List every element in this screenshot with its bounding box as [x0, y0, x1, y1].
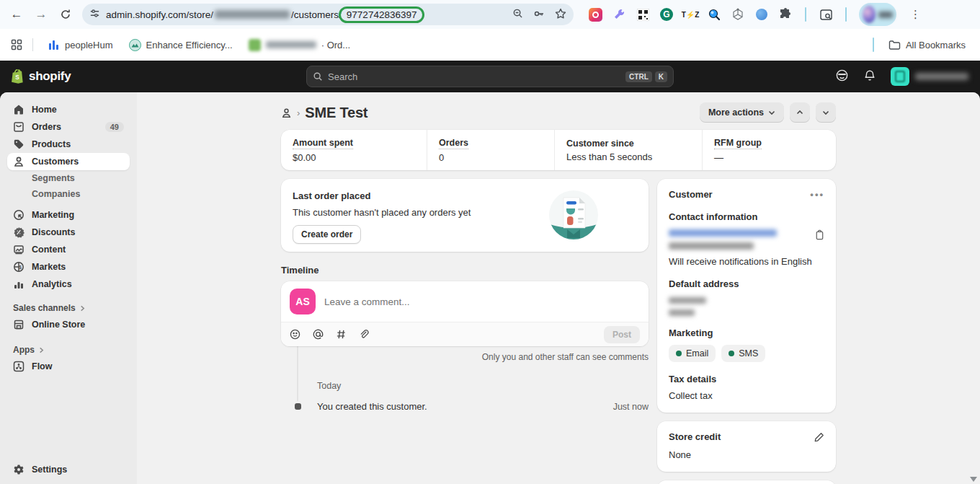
search-placeholder: Search — [328, 71, 357, 82]
bookmark-label: · Ord... — [321, 40, 350, 50]
analytics-icon — [13, 278, 24, 290]
create-order-button[interactable]: Create order — [293, 225, 361, 244]
sidebar-item-customers[interactable]: Customers — [7, 153, 130, 170]
comment-composer: AS Post — [281, 281, 649, 346]
tz-extension-icon[interactable]: T⚡Z — [683, 7, 698, 22]
sidebar-item-orders[interactable]: Orders 49 — [7, 118, 130, 136]
last-order-description: This customer hasn't placed any orders y… — [293, 207, 471, 218]
redacted-profile-name — [878, 12, 893, 18]
reload-icon[interactable] — [55, 4, 76, 25]
customer-breadcrumb-icon[interactable] — [281, 107, 292, 118]
chevron-right-icon — [38, 347, 45, 353]
sidebar-item-home[interactable]: Home — [7, 101, 130, 118]
more-actions-button[interactable]: More actions — [700, 102, 784, 123]
browser-toolbar: ← → admin.shopify.com/store//customers/9… — [0, 0, 980, 29]
staff-avatar: AS — [290, 289, 316, 314]
bookmark-store-orders[interactable]: · Ord... — [244, 36, 355, 54]
stat-customer-since: Customer since Less than 5 seconds — [554, 130, 702, 170]
shopify-logo[interactable]: S shopify — [12, 69, 71, 84]
storefront-icon — [13, 319, 24, 330]
marketing-heading: Marketing — [669, 327, 824, 338]
bookmark-peoplehum[interactable]: peopleHum — [43, 36, 117, 54]
status-dot-icon — [729, 351, 734, 356]
admin-search-bar[interactable]: Search CTRL K — [306, 66, 674, 87]
redacted-email-link[interactable] — [669, 229, 777, 237]
sidebar-item-segments[interactable]: Segments — [7, 170, 130, 186]
extensions-puzzle-icon[interactable] — [778, 7, 793, 22]
sidebar-item-discounts[interactable]: Discounts — [7, 224, 130, 241]
timeline-heading: Timeline — [281, 265, 649, 276]
inbox-icon[interactable] — [835, 69, 849, 84]
browser-profile-chip[interactable] — [859, 3, 896, 26]
back-icon[interactable]: ← — [6, 4, 27, 25]
camera-extension-icon[interactable] — [588, 7, 602, 22]
wrench-extension-icon[interactable] — [612, 7, 626, 22]
shopify-bag-icon: S — [12, 69, 24, 84]
sidebar-item-content[interactable]: Content — [7, 241, 130, 258]
bookmark-label: peopleHum — [65, 40, 113, 50]
sidebar-item-markets[interactable]: $ Markets — [7, 258, 130, 276]
sidebar-item-flow[interactable]: Flow — [7, 358, 130, 375]
store-credit-value: None — [669, 449, 824, 460]
customers-icon — [13, 156, 24, 167]
last-order-card: Last order placed This customer hasn't p… — [281, 179, 649, 252]
redacted-store-label — [915, 73, 968, 80]
customer-card-heading: Customer — [669, 189, 713, 200]
forward-icon[interactable]: → — [30, 4, 52, 25]
bookmark-enhance-efficiency[interactable]: Enhance Efficiency... — [125, 36, 237, 54]
globe-extension-icon[interactable] — [754, 7, 769, 22]
scroll-down-arrow[interactable] — [970, 477, 977, 482]
address-bar[interactable]: admin.shopify.com/store//customers/97727… — [82, 4, 574, 25]
comment-input[interactable] — [324, 296, 640, 307]
svg-text:S: S — [15, 74, 19, 81]
sidebar-item-products[interactable]: Products — [7, 136, 130, 153]
attachment-icon[interactable] — [359, 329, 370, 340]
customer-card-menu-icon[interactable]: ••• — [810, 189, 824, 200]
sidebar-item-settings[interactable]: Settings — [7, 461, 130, 478]
page-header: › SME Test More actions — [281, 102, 836, 123]
email-subscribed-badge[interactable]: Email — [669, 345, 716, 362]
tag-icon — [13, 138, 24, 150]
extensions-row: G T⚡Z ⋮ — [588, 3, 921, 26]
side-panel-icon[interactable] — [819, 7, 833, 22]
main-content: › SME Test More actions — [137, 92, 980, 484]
all-bookmarks-button[interactable]: All Bookmarks — [884, 36, 970, 54]
mention-icon[interactable] — [313, 329, 324, 340]
timeline-event-dot — [295, 403, 301, 410]
notifications-bell-icon[interactable] — [863, 69, 876, 84]
previous-customer-button[interactable] — [790, 102, 810, 123]
cube-extension-icon[interactable] — [731, 7, 745, 22]
timeline-day-label: Today — [317, 381, 649, 391]
sales-channels-group[interactable]: Sales channels — [7, 300, 130, 316]
sidebar-item-online-store[interactable]: Online Store — [7, 316, 130, 333]
redacted-address-line — [669, 309, 695, 316]
tax-details-heading: Tax details — [669, 374, 824, 384]
chevron-right-icon — [79, 305, 86, 312]
sms-subscribed-badge[interactable]: SMS — [721, 345, 765, 362]
bookmark-star-icon[interactable] — [555, 8, 566, 22]
edit-store-credit-icon[interactable] — [814, 432, 824, 442]
zoom-out-icon[interactable] — [512, 8, 523, 21]
orders-count-badge: 49 — [105, 122, 124, 132]
emoji-icon[interactable] — [290, 329, 300, 340]
browser-menu-icon[interactable]: ⋮ — [910, 8, 921, 21]
sidebar-item-marketing[interactable]: Marketing — [7, 206, 130, 224]
copy-icon[interactable] — [814, 229, 824, 240]
folder-icon — [888, 39, 901, 51]
apps-group[interactable]: Apps — [7, 342, 130, 358]
sidebar-item-companies[interactable]: Companies — [7, 186, 130, 202]
hashtag-icon[interactable] — [336, 329, 347, 340]
magnifier-extension-icon[interactable] — [707, 7, 721, 22]
password-key-icon[interactable] — [533, 8, 545, 22]
grammarly-extension-icon[interactable]: G — [659, 7, 674, 22]
timeline-visibility-note: Only you and other staff can see comment… — [281, 352, 649, 362]
next-customer-button[interactable] — [816, 102, 836, 123]
store-account-chip[interactable] — [891, 67, 968, 86]
site-info-icon[interactable] — [89, 8, 100, 21]
store-avatar — [891, 67, 909, 86]
apps-grid-icon[interactable] — [10, 39, 22, 51]
post-comment-button[interactable]: Post — [604, 326, 640, 343]
qr-extension-icon[interactable] — [636, 7, 650, 22]
bookmark-label: Enhance Efficiency... — [146, 40, 233, 50]
sidebar-item-analytics[interactable]: Analytics — [7, 276, 130, 293]
